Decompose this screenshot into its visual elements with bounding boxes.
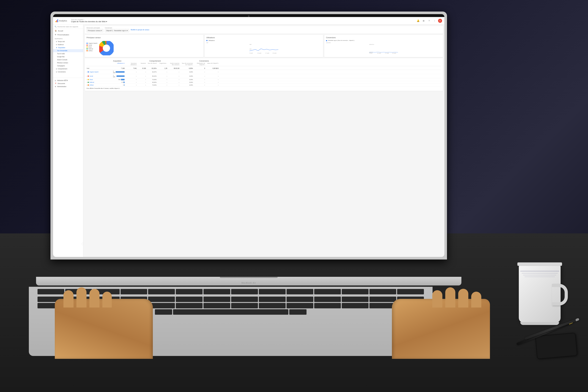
key[interactable] [314, 303, 341, 308]
sidebar-sub-tout-trafic[interactable]: Tout le trafic [53, 52, 83, 55]
svg-text:100,00 %: 100,00 % [369, 44, 374, 45]
key[interactable] [231, 289, 258, 294]
svg-text:17 août: 17 août [385, 52, 389, 54]
logo-bar-1 [55, 21, 56, 22]
settings-icon: ⚙ [55, 34, 56, 36]
analytics-label: Analytics [59, 20, 67, 22]
key[interactable] [231, 296, 258, 302]
filter-bar: Dimension principale Principaux canaux ▾… [85, 26, 443, 34]
row-rebond: 83,65% [146, 82, 156, 83]
key[interactable] [176, 296, 202, 302]
sidebar-item-temps-reel[interactable]: ● Temps réel [53, 40, 83, 43]
key[interactable] [176, 303, 202, 308]
key[interactable] [204, 289, 230, 294]
col-header-channel [86, 62, 112, 66]
dimension-value: Principaux canaux ▾ [88, 30, 102, 32]
help-icon[interactable]: ? [427, 19, 431, 23]
key[interactable] [342, 303, 368, 308]
key[interactable] [259, 303, 286, 308]
row-label[interactable]: 5 (Other) [86, 84, 112, 86]
dot-organic [86, 43, 88, 44]
conversions-max: 100,00% [326, 42, 330, 44]
key[interactable] [259, 289, 286, 294]
page-title[interactable]: Copie de Toutes les données du site Web … [71, 20, 416, 23]
key[interactable] [231, 303, 258, 308]
row-duree: – [168, 84, 179, 86]
sidebar-footer-decouverte[interactable]: 📍 Découverte [55, 82, 82, 85]
macbook-screen: Analytics Tous les comptes › Copie de To… [50, 12, 447, 260]
row-label[interactable]: 2 Social [86, 76, 112, 77]
key[interactable] [286, 289, 313, 294]
row-label[interactable]: 1 Organic Search [86, 71, 112, 73]
legend-other: (Other) [86, 50, 98, 52]
key[interactable] [314, 289, 341, 294]
svg-text:200: 200 [250, 48, 252, 50]
more-icon[interactable]: ⋮ [432, 19, 436, 23]
sidebar-label-temps-reel: Temps réel [58, 41, 65, 42]
key[interactable] [176, 289, 202, 294]
sidebar-footer-attribution[interactable]: ◎ Attribution BÊTA [55, 79, 82, 82]
key[interactable] [204, 303, 230, 308]
svg-text:10 août: 10 août [258, 52, 261, 54]
sidebar-item-acquisition[interactable]: ▼ Acquisition [53, 46, 83, 49]
conversions-chart-svg: 3 août 10 août 17 août 24 août 100,00 % … [326, 44, 441, 54]
bullet-icon-4: ● [56, 71, 57, 73]
conversion-value: Objectif 1 : Newsletter sign in ▾ [106, 30, 128, 32]
key[interactable] [286, 303, 313, 308]
macbook-hinge [220, 277, 278, 278]
sidebar-footer-decouverte-label: Découverte [58, 83, 65, 84]
key-space[interactable] [173, 309, 288, 315]
sidebar-item-conversions[interactable]: ● Conversions [53, 70, 83, 74]
sidebar-sub-vue-ensemble[interactable]: Vue d'ensemble [53, 49, 83, 52]
key[interactable] [314, 296, 341, 302]
key[interactable] [286, 296, 313, 302]
row-conv-rate: 0,00% [180, 82, 193, 83]
sidebar-item-comportement[interactable]: ● Comportement [53, 67, 83, 70]
search-placeholder: Rechercher dans les rapports [58, 26, 78, 28]
sidebar-sub-campagnes[interactable]: Campagnes [53, 64, 83, 67]
sidebar-sub-reseaux-sociaux[interactable]: Réseaux sociaux [53, 61, 83, 64]
sidebar-search[interactable]: 🔍 Rechercher dans les rapports [53, 24, 83, 29]
top-bar: Analytics Tous les comptes › Copie de To… [53, 17, 444, 24]
avatar[interactable]: U [438, 19, 442, 23]
dot-referral [86, 48, 88, 50]
modify-link[interactable]: Modifier le groupe de canaux [131, 29, 149, 30]
legend-other-label: (Other) [88, 50, 92, 52]
sidebar-item-accueil[interactable]: 🏠 Accueil [53, 29, 83, 33]
key[interactable] [259, 296, 286, 302]
row-label[interactable]: 4 Referral [86, 82, 112, 83]
row-valeur: – [206, 79, 218, 80]
row-label[interactable]: 3 Direct [86, 79, 112, 80]
analytics-logo: Analytics [55, 19, 69, 22]
sidebar-sub-google-ads[interactable]: Google Ads [53, 55, 83, 58]
dimension-dropdown[interactable]: Principaux canaux ▾ [86, 29, 104, 32]
row-valeur: – [206, 84, 218, 86]
hand-left [55, 284, 153, 359]
row-sessions: – [137, 76, 146, 77]
key-shift-left[interactable] [155, 309, 172, 315]
key[interactable] [204, 296, 230, 302]
principaux-canaux-card: Principaux canaux Organic Search [85, 35, 204, 57]
utilisateurs-max: 400 [206, 42, 208, 44]
more-link[interactable]: Pour afficher l'ensemble des 5 Canaux, v… [86, 86, 441, 89]
conversion-dropdown[interactable]: Objectif 1 : Newsletter sign in ▾ [105, 29, 129, 32]
sidebar-item-personnalisation[interactable]: ⚙ Personnalisation [53, 33, 83, 36]
legend-organic: Organic Search [86, 42, 98, 44]
grid-icon[interactable]: ⊞ [422, 19, 426, 23]
legend-social: Social [86, 44, 98, 46]
key-shift-right[interactable] [289, 309, 306, 315]
key[interactable] [342, 289, 368, 294]
notification-icon[interactable]: 🔔 [416, 19, 420, 23]
data-section: Acquisition Comportement Conversions [85, 58, 443, 91]
bullet-icon-3: ● [56, 68, 57, 70]
utilisateurs-title: Utilisateurs [206, 36, 322, 39]
svg-text:24 août: 24 août [392, 52, 396, 54]
key[interactable] [342, 296, 368, 302]
sidebar-item-audience[interactable]: ● Audience [53, 43, 83, 46]
svg-text:17 août: 17 août [265, 52, 269, 54]
collapse-sidebar-btn[interactable]: ‹ [82, 242, 83, 246]
sidebar-sub-search-console[interactable]: Search Console [53, 58, 83, 61]
sidebar-footer-administration[interactable]: ⚙ Administration [55, 85, 82, 88]
mug-base [520, 322, 559, 325]
col-header-utilisateurs[interactable]: Utilisateurs ▾ [113, 62, 124, 66]
